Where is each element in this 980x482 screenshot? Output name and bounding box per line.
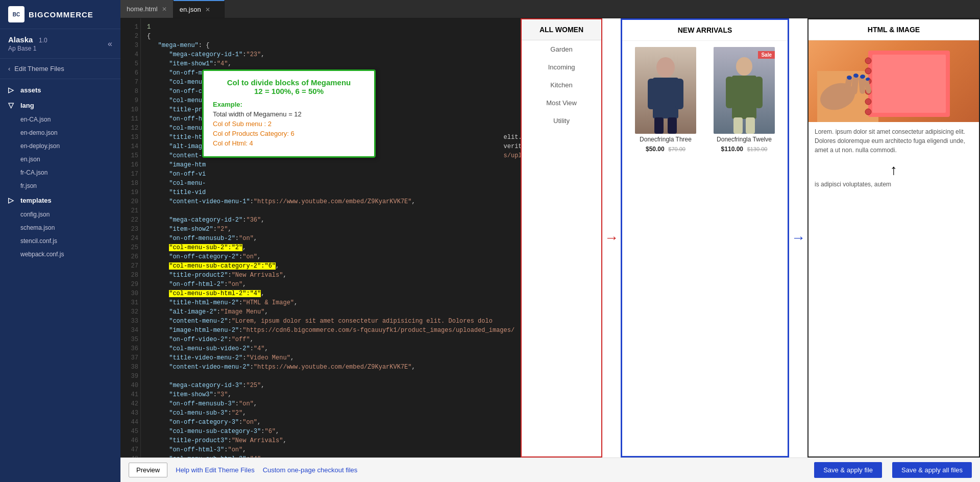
sidebar-file-schema-json[interactable]: schema.json <box>0 221 120 234</box>
sidebar-file-fr-json[interactable]: fr.json <box>0 179 120 192</box>
tab-label: en.json <box>180 6 201 13</box>
all-women-panel: ALL WOMEN Garden Incoming Kitchen Most V… <box>521 18 602 457</box>
folder-icon: ▷ <box>8 86 16 94</box>
svg-point-0 <box>656 57 675 78</box>
product-price-1: $50.00 $70.00 <box>646 145 685 153</box>
sidebar-logo: BC BIGCOMMERCE <box>0 0 120 29</box>
sidebar-file-en-json[interactable]: en.json <box>0 153 120 166</box>
tab-home-html[interactable]: home.html ✕ <box>120 0 174 18</box>
menu-item-utility[interactable]: Utility <box>522 112 601 130</box>
line-numbers: 12345678910 11121314151617181920 2122232… <box>120 18 141 457</box>
theme-base: Ap Base 1 <box>8 45 47 52</box>
html-panel-extra-text: is adipisci voluptates, autem <box>808 180 979 193</box>
sidebar-file-en-demo-json[interactable]: en-demo.json <box>0 126 120 139</box>
svg-rect-3 <box>675 79 683 109</box>
sidebar-file-fr-ca-json[interactable]: fr-CA.json <box>0 166 120 179</box>
tab-label: home.html <box>127 5 158 13</box>
tab-close-icon[interactable]: ✕ <box>162 6 167 13</box>
svg-point-16 <box>865 68 871 74</box>
edit-theme-files-nav[interactable]: ‹ Edit Theme Files <box>0 59 120 79</box>
svg-rect-7 <box>732 76 756 119</box>
popup-total: Total width of Megamenu = 12 <box>213 110 365 118</box>
sidebar-folder-lang[interactable]: ▽ lang <box>0 98 120 113</box>
products-grid: Donecfringla Three $50.00 $70.00 Sale <box>622 41 788 456</box>
menu-item-kitchen[interactable]: Kitchen <box>522 76 601 94</box>
svg-rect-2 <box>648 79 656 109</box>
svg-point-6 <box>736 57 752 76</box>
popup-sub-menu: Col of Sub menu : 2 <box>213 120 365 128</box>
sidebar-file-en-ca-json[interactable]: en-CA.json <box>0 113 120 126</box>
popup-title: Col to divide blocks of Megamenu12 = 100… <box>213 78 365 95</box>
svg-rect-4 <box>654 117 664 134</box>
theme-name: Alaska <box>8 35 33 44</box>
html-image-illustration <box>808 40 979 122</box>
product-person-illustration-1 <box>635 47 696 134</box>
sidebar-folder-templates[interactable]: ▷ templates <box>0 192 120 208</box>
black-arrow-up: ↑ <box>808 160 979 180</box>
tab-close-icon[interactable]: ✕ <box>205 6 210 13</box>
folder-open-icon: ▽ <box>8 101 16 109</box>
editor-wrapper: 12345678910 11121314151617181920 2122232… <box>120 18 980 457</box>
svg-point-19 <box>865 99 871 105</box>
sale-badge: Sale <box>758 51 775 59</box>
menu-item-garden[interactable]: Garden <box>522 40 601 58</box>
svg-rect-8 <box>726 77 733 108</box>
bottom-bar: Preview Help with Edit Theme Files Custo… <box>120 457 980 482</box>
help-edit-theme-link[interactable]: Help with Edit Theme Files <box>176 466 254 474</box>
popup-products-category: Col of Products Category: 6 <box>213 130 365 137</box>
svg-point-15 <box>865 58 871 64</box>
menu-item-incoming[interactable]: Incoming <box>522 58 601 76</box>
product-card-1: Donecfringla Three $50.00 $70.00 <box>628 47 703 153</box>
sidebar-theme-info: Alaska 1.0 Ap Base 1 « <box>0 29 120 59</box>
sidebar-file-tree: ▷ assets ▽ lang en-CA.json en-demo.json … <box>0 79 120 264</box>
product-person-illustration-2 <box>714 47 775 134</box>
product-price-2: $110.00 $130.00 <box>721 145 768 153</box>
save-apply-all-files-button[interactable]: Save & apply all files <box>892 462 972 478</box>
product-name-1: Donecfringla Three <box>640 136 692 143</box>
preview-button[interactable]: Preview <box>129 463 167 477</box>
megamenu-tooltip-popup: Col to divide blocks of Megamenu12 = 100… <box>202 69 376 158</box>
product-card-2: Sale <box>707 47 781 153</box>
sidebar: BC BIGCOMMERCE Alaska 1.0 Ap Base 1 « ‹ … <box>0 0 120 482</box>
main-editor: home.html ✕ en.json ✕ 12345678910 111213… <box>120 0 980 482</box>
html-image-description: Lorem. ipsum dolor sit amet consectetur … <box>808 122 979 160</box>
svg-rect-11 <box>746 117 755 134</box>
app-title: BIGCOMMERCE <box>29 10 93 19</box>
svg-rect-9 <box>755 77 763 108</box>
new-arrivals-panel: NEW ARRIVALS <box>621 18 789 457</box>
folder-label: templates <box>20 197 52 204</box>
html-image-title: HTML & IMAGE <box>808 19 979 40</box>
sidebar-collapse-button[interactable]: « <box>108 39 112 49</box>
folder-icon: ▷ <box>8 196 16 204</box>
bigcommerce-logo-icon: BC <box>8 6 24 22</box>
sidebar-file-en-deploy-json[interactable]: en-deploy.json <box>0 139 120 153</box>
sidebar-file-config-json[interactable]: config.json <box>0 208 120 221</box>
save-apply-file-button[interactable]: Save & apply file <box>814 462 882 478</box>
sidebar-file-stencil-conf[interactable]: stencil.conf.js <box>0 234 120 248</box>
sidebar-file-webpack-conf[interactable]: webpack.conf.js <box>0 248 120 261</box>
red-arrow: → <box>602 18 621 457</box>
edit-theme-files-label: Edit Theme Files <box>14 65 64 73</box>
popup-example-label: Example: <box>213 101 365 108</box>
chevron-left-icon: ‹ <box>8 65 10 73</box>
editor-tab-bar: home.html ✕ en.json ✕ <box>120 0 980 18</box>
svg-point-20 <box>865 109 871 115</box>
tab-en-json[interactable]: en.json ✕ <box>174 0 225 18</box>
html-image-panel: HTML & IMAGE <box>807 18 980 457</box>
svg-rect-14 <box>872 55 946 113</box>
editor-area[interactable]: 12345678910 11121314151617181920 2122232… <box>120 18 980 457</box>
svg-rect-10 <box>733 117 743 134</box>
svg-rect-1 <box>653 78 678 118</box>
product-image-2: Sale <box>714 47 775 134</box>
theme-version: 1.0 <box>39 37 47 44</box>
folder-label: lang <box>20 102 34 109</box>
menu-item-most-view[interactable]: Most View <box>522 94 601 112</box>
all-women-title: ALL WOMEN <box>522 19 601 40</box>
svg-rect-5 <box>668 117 677 134</box>
folder-label: assets <box>20 86 41 94</box>
product-image-1 <box>635 47 696 134</box>
custom-checkout-link[interactable]: Custom one-page checkout files <box>263 466 358 474</box>
blue-arrow: → <box>789 18 807 457</box>
new-arrivals-title: NEW ARRIVALS <box>622 20 788 41</box>
sidebar-folder-assets[interactable]: ▷ assets <box>0 82 120 98</box>
